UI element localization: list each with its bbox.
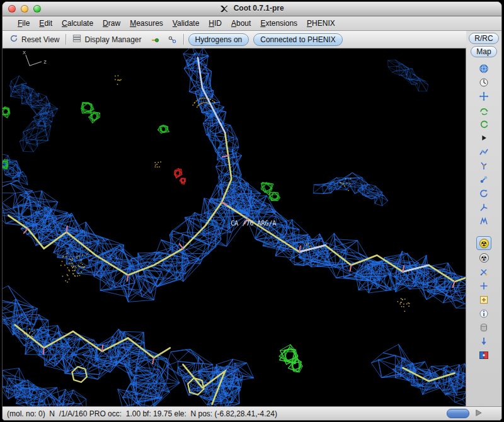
toolbar-separator — [66, 34, 66, 45]
flag-icon[interactable] — [477, 349, 491, 361]
play-triangle-icon — [474, 409, 483, 419]
mutate-icon[interactable] — [477, 215, 491, 227]
rotate-zone-icon[interactable] — [477, 104, 491, 116]
expander-icon[interactable] — [477, 132, 491, 144]
add-atom-icon[interactable] — [477, 294, 491, 305]
status-bar: (mol. no: 0) N /1/A/160 PRO occ: 1.00 bf… — [3, 406, 501, 420]
title-bar[interactable]: Coot 0.7.1-pre — [3, 2, 501, 16]
gl-canvas[interactable] — [3, 48, 466, 406]
delete-item-icon[interactable] — [477, 321, 491, 333]
linked-atoms-icon[interactable] — [166, 34, 179, 45]
status-progress-bar — [447, 409, 469, 418]
chi-angles-icon[interactable] — [477, 159, 491, 171]
model-toolbar: ☢ ☢ — [476, 62, 491, 361]
rotate-translate-icon[interactable] — [477, 187, 491, 199]
display-manager-icon — [72, 34, 81, 45]
radiation-active-icon[interactable]: ☢ — [476, 236, 491, 250]
menu-draw[interactable]: Draw — [103, 19, 120, 28]
close-button[interactable] — [8, 5, 16, 13]
menu-about[interactable]: About — [231, 19, 251, 28]
info-icon[interactable] — [477, 307, 491, 319]
menu-hid[interactable]: HID — [209, 19, 222, 28]
ball-and-stick-icon[interactable] — [148, 34, 161, 45]
coot-window: Coot 0.7.1-pre File Edit Calculate Draw … — [2, 1, 502, 421]
statusbar-expand-button[interactable] — [474, 409, 483, 419]
add-terminal-icon[interactable] — [477, 266, 491, 278]
x11-icon — [220, 5, 228, 14]
hydrogens-toggle-button[interactable]: Hydrogens on — [188, 33, 249, 46]
globe-icon[interactable] — [477, 62, 491, 74]
menu-measures[interactable]: Measures — [130, 19, 163, 28]
menu-edit[interactable]: Edit — [39, 19, 52, 28]
menu-extensions[interactable]: Extensions — [260, 19, 297, 28]
toolbar-separator — [183, 34, 184, 45]
window-title: Coot 0.7.1-pre — [234, 4, 284, 13]
side-chain-icon[interactable] — [477, 201, 491, 213]
menu-phenix[interactable]: PHENIX — [307, 19, 335, 28]
menu-file[interactable]: File — [18, 19, 30, 28]
right-panel: R/RC Map ☢ ☢ — [466, 31, 501, 406]
rrc-button[interactable]: R/RC — [469, 33, 498, 44]
menu-bar: File Edit Calculate Draw Measures Valida… — [3, 16, 501, 31]
main-toolbar: Reset View Display Manager Hydrogens on — [3, 31, 466, 48]
radiation-icon[interactable]: ☢ — [477, 252, 491, 264]
timer-icon[interactable] — [477, 76, 491, 88]
minimize-button[interactable] — [21, 5, 28, 13]
map-button[interactable]: Map — [471, 46, 496, 57]
menu-validate[interactable]: Validate — [173, 19, 200, 28]
backbone-icon[interactable] — [477, 145, 491, 157]
zoom-button[interactable] — [33, 5, 41, 13]
molecular-viewport[interactable]: CA /76 ARG/A — [3, 48, 466, 406]
display-manager-button[interactable]: Display Manager — [71, 33, 143, 46]
recycle-icon[interactable] — [477, 118, 491, 130]
status-text: (mol. no: 0) N /1/A/160 PRO occ: 1.00 bf… — [7, 409, 277, 418]
reset-view-button[interactable]: Reset View — [8, 33, 61, 46]
reset-view-icon — [9, 34, 18, 45]
menu-calculate[interactable]: Calculate — [62, 19, 93, 28]
phenix-connection-button[interactable]: Connected to PHENIX — [253, 33, 342, 46]
add-alt-conf-icon[interactable] — [477, 280, 491, 292]
move-axes-icon[interactable] — [477, 90, 491, 102]
down-arrow-icon[interactable] — [477, 335, 491, 347]
torsion-icon[interactable] — [477, 173, 491, 185]
